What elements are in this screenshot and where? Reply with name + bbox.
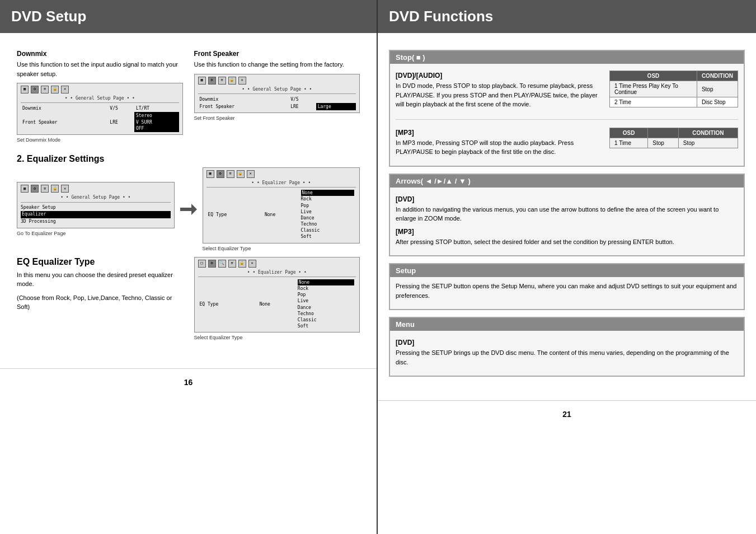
option-dance2: Dance [298,305,354,311]
stop-mp3-table-area: OSD CONDITION 1 Time Stop Stop [609,125,738,148]
eq-screen1-caption: Go To Equalizer Page [17,231,175,236]
right-page-number: 21 [378,400,756,428]
stop-body: [DVD]/[AUDIO] In DVD mode, Press STOP to… [390,64,744,166]
icon5: ✕ [238,77,246,85]
table-row: 2 Time Disc Stop [610,97,738,107]
cell: Front Speaker [21,112,108,132]
icon1: ▦ [206,170,214,178]
divider1 [396,119,738,120]
eq-screen1-icons: ▦ ⚙ ≡ 🔒 ✕ [21,185,171,193]
option-soft2: Soft [298,323,354,329]
downmix-section: Downmix Use this function to set the inp… [17,50,183,143]
icon3: 🔍 [218,260,226,268]
right-page-header: DVD Functions [378,0,756,33]
eq-type-desc: EQ Equalizer Type In this menu you can c… [17,257,183,341]
option-rock: Rock [301,196,354,202]
option-pop2: Pop [298,292,354,298]
eq-screen2-icons: ▦ ⚙ ≡ 🔒 ✕ [206,170,356,178]
menu-section: Menu [DVD] Pressing the SETUP brings up … [389,317,745,377]
table-row: OSD CONDITION [610,128,738,138]
downmix-label: Downmix [17,50,183,58]
option-pop: Pop [301,203,354,209]
right-page-title: DVD Functions [389,8,493,25]
table-row: Front Speaker LRE StereoV SURROFF [21,112,179,132]
setup-text: Pressing the SETUP button opens the Setu… [396,282,738,300]
menu-item-3d: 3D Processing [21,218,171,226]
left-content: Downmix Use this function to set the inp… [0,44,377,357]
stop-mp3-row: [MP3] In MP3 mode, Pressing STOP will st… [396,125,738,161]
icon4: 🔒 [228,77,236,85]
stop-dvd-text: In DVD mode, Press STOP to stop playback… [396,81,604,109]
eq-type-table: EQ Type None None Rock Pop Live Dance Te… [198,279,356,330]
cell: Front Speaker [198,103,289,110]
eq-type-caption: Select Equalizer Type [194,335,360,340]
icon1: ▦ [198,77,206,85]
stop-dvd-table-body: 1 Time Press Play Key To Continue Stop 2… [610,81,738,107]
osd-header: OSD [610,128,648,138]
icon2: ⚙ [31,86,39,93]
table-row: Downmix V/S [198,96,356,103]
icon6: ✕ [248,260,256,268]
arrows-dvd-label: [DVD] [396,195,738,203]
eq-screen1: ▦ ⚙ ≡ 🔒 ✕ • • General Setup Page • • Spe… [17,182,175,228]
cell: LRE [289,103,316,110]
menu-item-equalizer: Equalizer [21,211,171,218]
arrows-mp3-text: After pressing STOP button, select the d… [396,237,738,247]
option-none: None [301,190,354,196]
option-live2: Live [298,298,354,304]
osd-cell: 2 Time [610,97,697,107]
eq-screen1-wrapper: ▦ ⚙ ≡ 🔒 ✕ • • General Setup Page • • Spe… [17,182,175,236]
cell: V/S [108,105,134,112]
condition-header: CONDITION [678,128,738,138]
icon4: 🔒 [51,86,59,93]
condition-cell: Disc Stop [697,97,738,107]
table-row: Downmix V/S LT/RT [21,105,179,112]
left-panel: DVD Setup Downmix Use this function to s… [0,0,378,534]
svg-marker-1 [191,204,197,215]
table-row: 1 Time Stop Stop [610,138,738,148]
cell: None Rock Pop Live Dance Techno Classic … [299,189,356,241]
option-classic: Classic [301,227,354,233]
right-panel: DVD Functions Stop( ■ ) [DVD]/[AUDIO] In… [378,0,756,534]
eq-screen2-nav: • • Equalizer Page • • [206,180,356,188]
eq-screen2: ▦ ⚙ ≡ 🔒 ✕ • • Equalizer Page • • EQ Type… [203,167,360,243]
eq-type-nav: • • Equalizer Page • • [198,269,356,277]
cell: None [263,189,299,241]
eq-screen2-wrapper: ▦ ⚙ ≡ 🔒 ✕ • • Equalizer Page • • EQ Type… [203,167,360,251]
downmix-caption: Set Downmix Mode [17,137,183,143]
icon5: ✕ [247,170,255,178]
right-content: Stop( ■ ) [DVD]/[AUDIO] In DVD mode, Pre… [378,44,756,389]
svg-rect-0 [180,208,191,211]
setup-header: Setup [390,264,744,277]
icon5: ✕ [61,86,69,93]
icon5: ✕ [61,185,69,193]
icon3: ≡ [218,77,226,85]
osd-cell: 1 Time Press Play Key To Continue [610,81,697,97]
stop-label: Stop( ■ ) [396,53,425,62]
stop-mp3-table-head: OSD CONDITION [610,128,738,138]
left-page-number: 16 [0,368,377,396]
cell [316,96,356,103]
icon2: ⚙ [31,185,39,193]
eq-type-section: EQ Equalizer Type In this menu you can c… [17,257,360,341]
option-techno2: Techno [298,311,354,317]
icon5: 🔒 [238,260,246,268]
eq-screen1-nav: • • General Setup Page • • [21,194,171,202]
eq-type-screen-icons: □ ⚙ 🔍 ≡ 🔒 ✕ [198,260,356,268]
stop-dvd-table-head: OSD CONDITION [610,71,738,81]
cell: V/S [289,96,316,103]
left-page-header: DVD Setup [0,0,377,33]
icon2: ⚙ [208,260,216,268]
setup-label: Setup [396,266,416,275]
menu-label: Menu [396,320,415,329]
menu-body: [DVD] Pressing the SETUP brings up the D… [390,331,744,376]
icon1: ▦ [21,86,29,93]
icon1: ▦ [21,185,29,193]
cell: EQ Type [198,279,258,330]
eq-screen2-caption: Select Equalizer Type [203,246,360,251]
eq-menu-items: Speaker Setup Equalizer 3D Processing [21,204,171,226]
menu-dvd-label: [DVD] [396,339,738,346]
menu-dvd-text: Pressing the SETUP brings up the DVD dis… [396,348,738,367]
eq-type-text2: (Choose from Rock, Pop, Live,Dance, Tech… [17,293,183,312]
setup-section: Setup Pressing the SETUP button opens th… [389,263,745,310]
